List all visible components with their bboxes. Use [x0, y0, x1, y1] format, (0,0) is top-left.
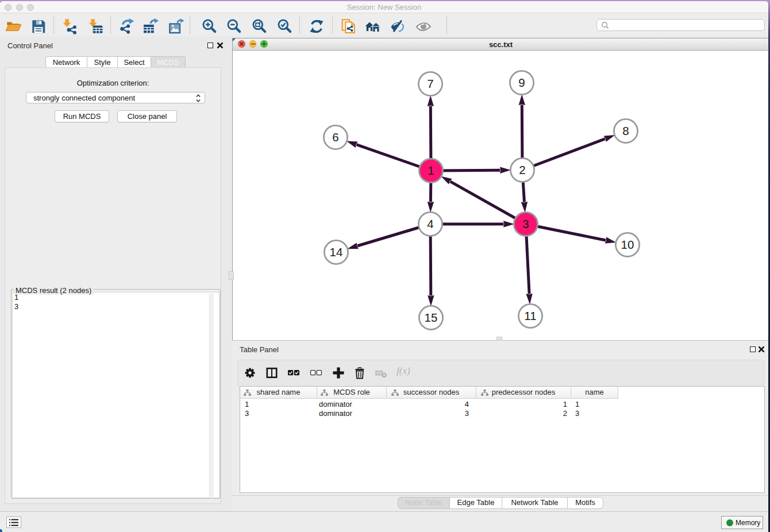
- svg-text:2: 2: [519, 163, 525, 176]
- svg-text:10: 10: [621, 238, 634, 251]
- svg-text:1: 1: [428, 164, 434, 177]
- svg-text:9: 9: [518, 76, 525, 89]
- svg-text:6: 6: [332, 130, 338, 144]
- svg-text:3: 3: [522, 217, 529, 230]
- svg-text:14: 14: [330, 245, 343, 259]
- svg-text:11: 11: [524, 309, 536, 322]
- svg-text:4: 4: [427, 217, 433, 230]
- svg-text:7: 7: [427, 77, 433, 90]
- svg-text:8: 8: [622, 124, 629, 137]
- svg-text:15: 15: [425, 311, 438, 324]
